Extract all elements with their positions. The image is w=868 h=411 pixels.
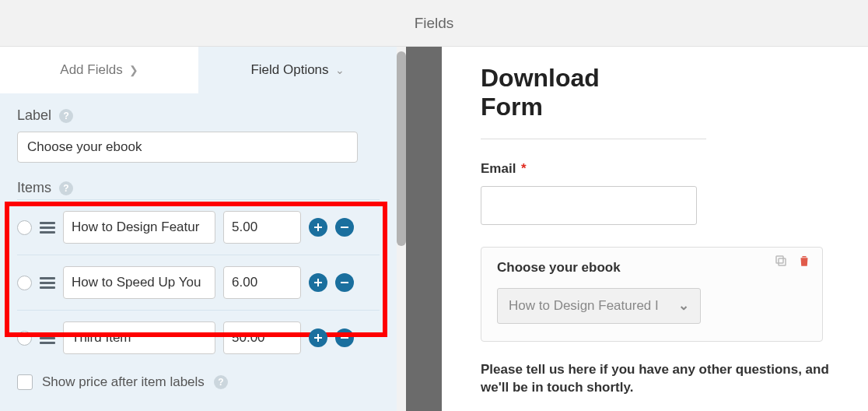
tab-field-options-label: Field Options xyxy=(250,62,328,78)
ebook-field-wrap[interactable]: Choose your ebook How to Design Featured… xyxy=(481,247,823,342)
svg-rect-1 xyxy=(776,256,783,263)
default-radio[interactable] xyxy=(17,276,32,290)
item-price-input[interactable] xyxy=(223,211,301,244)
ebook-field-label: Choose your ebook xyxy=(497,260,807,276)
duplicate-icon[interactable] xyxy=(774,254,788,268)
email-input[interactable] xyxy=(481,186,697,225)
chevron-down-icon: ⌄ xyxy=(335,64,345,76)
left-tabs: Add Fields ❯ Field Options ⌄ xyxy=(0,47,397,93)
show-price-checkbox[interactable] xyxy=(17,374,33,390)
form-footnote: Please tell us here if you have any othe… xyxy=(481,360,829,398)
chevron-right-icon: ❯ xyxy=(129,64,138,76)
scrollbar[interactable] xyxy=(397,51,406,246)
ebook-select-value: How to Design Featured I xyxy=(509,298,659,314)
label-caption: Label xyxy=(17,107,51,124)
item-row xyxy=(17,199,380,255)
form-preview: DownloadForm Email * Choose yo xyxy=(442,47,868,411)
remove-item-button[interactable] xyxy=(335,273,354,292)
help-icon[interactable]: ? xyxy=(59,109,73,123)
item-row xyxy=(17,255,380,310)
field-settings-panel: Add Fields ❯ Field Options ⌄ Label ? Ite… xyxy=(0,47,397,411)
required-asterisk: * xyxy=(521,161,527,176)
remove-item-button[interactable] xyxy=(335,218,354,237)
default-radio[interactable] xyxy=(17,331,32,346)
show-price-label: Show price after item labels xyxy=(42,374,205,390)
add-item-button[interactable] xyxy=(309,218,327,237)
item-price-input[interactable] xyxy=(223,321,301,354)
email-label: Email * xyxy=(481,161,829,177)
drag-handle-icon[interactable] xyxy=(40,332,55,344)
drag-handle-icon[interactable] xyxy=(40,277,55,289)
tab-add-fields-label: Add Fields xyxy=(60,62,122,78)
tab-field-options[interactable]: Field Options ⌄ xyxy=(198,47,397,93)
items-caption: Items xyxy=(17,180,51,196)
title-divider xyxy=(481,139,706,139)
item-name-input[interactable] xyxy=(63,211,215,244)
svg-rect-0 xyxy=(779,258,786,265)
remove-item-button[interactable] xyxy=(335,328,354,347)
help-icon[interactable]: ? xyxy=(59,181,73,195)
panel-divider xyxy=(406,47,442,411)
field-label-input[interactable] xyxy=(17,132,358,163)
add-item-button[interactable] xyxy=(309,328,327,347)
help-icon[interactable]: ? xyxy=(214,375,228,389)
drag-handle-icon[interactable] xyxy=(40,222,55,234)
item-name-input[interactable] xyxy=(63,266,215,299)
email-label-text: Email xyxy=(481,161,516,176)
item-price-input[interactable] xyxy=(223,266,301,299)
form-title: DownloadForm xyxy=(481,64,829,121)
add-item-button[interactable] xyxy=(309,273,327,292)
trash-icon[interactable] xyxy=(797,254,811,268)
chevron-down-icon: ⌄ xyxy=(678,297,689,314)
ebook-select[interactable]: How to Design Featured I ⌄ xyxy=(497,288,701,324)
page-title: Fields xyxy=(415,15,454,32)
form-title-text: DownloadForm xyxy=(481,64,600,121)
item-name-input[interactable] xyxy=(63,321,215,354)
tab-add-fields[interactable]: Add Fields ❯ xyxy=(0,47,198,93)
item-row xyxy=(17,310,380,365)
default-radio[interactable] xyxy=(17,220,32,235)
